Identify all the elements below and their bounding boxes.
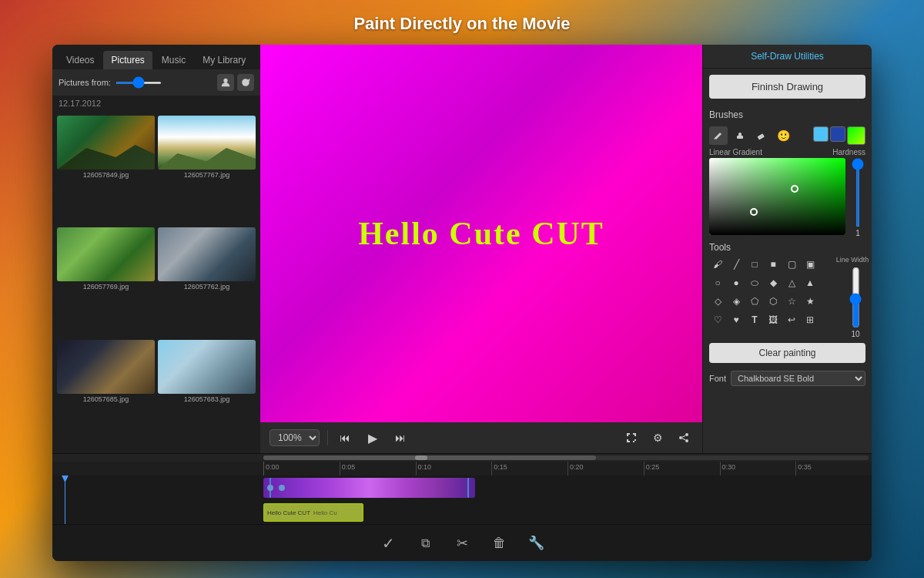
tab-mylibrary[interactable]: My Library: [195, 51, 253, 69]
tool-triangle-outline-button[interactable]: △: [783, 274, 800, 291]
skip-forward-button[interactable]: ⏭: [391, 428, 410, 447]
list-item[interactable]: 126057849.jpg: [57, 116, 155, 224]
tool-circle-fill-button[interactable]: ●: [728, 274, 745, 291]
tool-rounded-rect-button[interactable]: ▢: [783, 256, 800, 273]
check-button[interactable]: ✓: [376, 531, 400, 556]
tool-diamond2-button[interactable]: ◈: [728, 293, 745, 310]
trash-button[interactable]: 🗑: [487, 531, 511, 556]
hardness-slider[interactable]: [856, 158, 859, 227]
tool-heart-outline-button[interactable]: ♡: [709, 311, 726, 328]
list-item[interactable]: 126057762.jpg: [158, 227, 256, 336]
tool-star-outline-button[interactable]: ☆: [783, 293, 800, 310]
fullscreen-button[interactable]: [622, 428, 641, 447]
gradient-handle-2[interactable]: [750, 208, 758, 216]
ruler-mark: 0:25: [644, 462, 720, 476]
handle-circle-left[interactable]: [267, 485, 273, 491]
tool-image-button[interactable]: 🖼: [765, 311, 782, 328]
svg-rect-5: [738, 133, 742, 136]
refresh-icon-btn[interactable]: [237, 74, 254, 91]
tool-diamond-button[interactable]: ◆: [765, 274, 782, 291]
timeline-area: 0:00 0:05 0:10 0:15 0:20 0:25 0:: [52, 453, 872, 561]
tab-music[interactable]: Music: [154, 51, 193, 69]
brush-emoji-button[interactable]: 🙂: [774, 126, 792, 145]
color-swatch-darkblue[interactable]: [830, 126, 845, 142]
track-clip-text[interactable]: Hello Cute CUT Hello Cu: [263, 503, 363, 522]
image-label: 126057849.jpg: [57, 171, 155, 179]
brush-eraser-button[interactable]: [752, 126, 771, 145]
ruler-label-5: 0:25: [646, 463, 660, 471]
image-label: 126057769.jpg: [57, 283, 155, 291]
finish-drawing-button[interactable]: Fininsh Drawing: [709, 75, 865, 99]
scrollbar-track[interactable]: [263, 455, 869, 460]
image-label: 126057683.jpg: [158, 395, 256, 403]
tab-pictures[interactable]: Pictures: [103, 51, 152, 69]
gradient-label: Linear Gradient: [709, 148, 762, 156]
line-width-slider[interactable]: [806, 267, 872, 328]
tool-heart-fill-button[interactable]: ♥: [728, 311, 745, 328]
tool-pentagon-button[interactable]: ⬠: [746, 293, 763, 310]
thumb-1: [57, 116, 155, 170]
tool-diamond-outline-button[interactable]: ◇: [709, 293, 726, 310]
share-button[interactable]: [675, 428, 693, 447]
list-item[interactable]: 126057685.jpg: [57, 340, 155, 449]
tab-videos[interactable]: Videos: [59, 51, 102, 69]
font-select[interactable]: Chalkboard SE Bold Arial Helvetica: [731, 371, 865, 386]
track-handle-right[interactable]: [467, 478, 469, 498]
thumb-2: [158, 116, 256, 170]
settings-button[interactable]: ⚙: [648, 428, 667, 447]
gradient-picker[interactable]: [709, 158, 845, 235]
ruler-marks: 0:00 0:05 0:10 0:15 0:20 0:25 0:: [263, 462, 872, 476]
tool-line-button[interactable]: ╱: [728, 256, 745, 273]
list-item[interactable]: 126057683.jpg: [158, 340, 256, 449]
pictures-from-label: Pictures from:: [59, 78, 111, 87]
svg-point-2: [679, 436, 682, 439]
scrollbar-thumb[interactable]: [263, 455, 596, 460]
tool-rect-fill-button[interactable]: ■: [765, 256, 782, 273]
app-window: Videos Pictures Music My Library Picture…: [52, 45, 872, 561]
skip-back-button[interactable]: ⏮: [336, 428, 354, 447]
color-swatch-gradient[interactable]: [847, 126, 865, 145]
tool-ellipse-button[interactable]: ⬭: [746, 274, 763, 291]
wrench-button[interactable]: 🔧: [524, 531, 548, 556]
list-item[interactable]: 126057767.jpg: [158, 116, 256, 224]
play-button[interactable]: ▶: [362, 427, 383, 449]
timeline-playhead[interactable]: [65, 476, 65, 524]
copy-button[interactable]: ⧉: [413, 531, 437, 556]
gradient-picker-container: 1: [703, 158, 872, 237]
tool-hexagon-button[interactable]: ⬡: [765, 293, 782, 310]
tool-text-button[interactable]: T: [746, 311, 763, 328]
tool-undo-button[interactable]: ↩: [783, 311, 800, 328]
hardness-value: 1: [855, 229, 860, 237]
svg-rect-6: [758, 133, 765, 139]
color-swatch-blue[interactable]: [813, 126, 829, 142]
brush-pencil-button[interactable]: [709, 126, 728, 145]
video-controls: 100% 50% 150% ⏮ ▶ ⏭ ⚙: [260, 422, 702, 453]
brushes-label: Brushes: [703, 105, 872, 123]
sidebar-date: 12.17.2012: [52, 96, 260, 111]
track-row-video: [263, 476, 872, 500]
clear-painting-button[interactable]: Clear painting: [709, 343, 865, 363]
hardness-label: Hardness: [832, 148, 865, 156]
track-row-text: Hello Cute CUT Hello Cu: [263, 502, 872, 524]
tool-paint-button[interactable]: 🖌: [709, 256, 726, 273]
timeline-scrollbar: [52, 454, 872, 462]
hardness-slider-container: 1: [850, 158, 865, 237]
handle-circle-mid[interactable]: [279, 485, 285, 491]
clip-text-2: Hello Cu: [313, 509, 337, 516]
list-item[interactable]: 126057769.jpg: [57, 227, 155, 336]
tool-rect-outline-button[interactable]: □: [746, 256, 763, 273]
track-clip-video[interactable]: [263, 478, 475, 498]
tool-circle-outline-button[interactable]: ○: [709, 274, 726, 291]
pictures-slider[interactable]: [116, 82, 162, 84]
scrollbar-handle[interactable]: [415, 455, 427, 460]
video-canvas[interactable]: Hello Cute CUT: [260, 45, 702, 422]
video-text: Hello Cute CUT: [358, 215, 604, 252]
scissors-button[interactable]: ✂: [450, 531, 474, 556]
playhead-head: [62, 476, 69, 482]
brush-stamp-button[interactable]: [731, 126, 749, 145]
zoom-select[interactable]: 100% 50% 150%: [270, 429, 320, 446]
image-grid: 126057849.jpg 126057767.jpg 126057769.jp…: [52, 111, 260, 453]
gradient-handle-1[interactable]: [791, 185, 798, 193]
person-icon-btn[interactable]: [217, 74, 234, 91]
sidebar: Videos Pictures Music My Library Picture…: [52, 45, 260, 453]
